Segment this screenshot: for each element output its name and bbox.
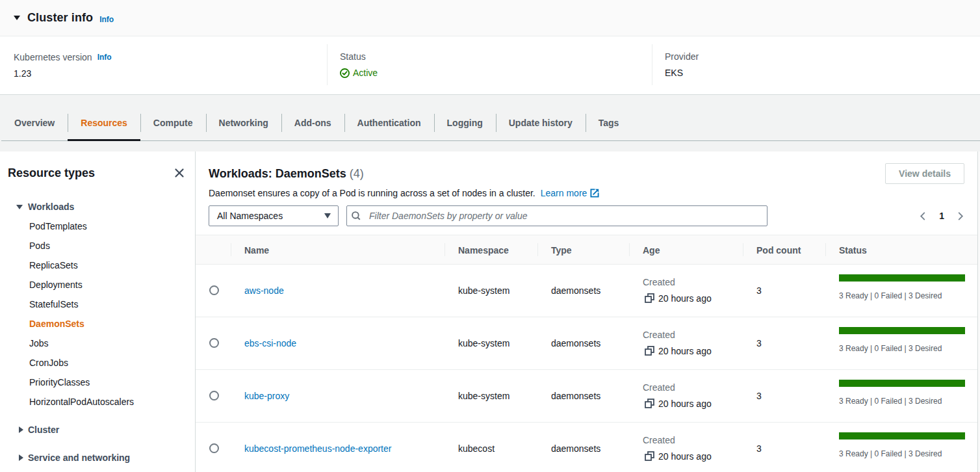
tree-item-jobs[interactable]: Jobs <box>0 334 195 353</box>
cell-age: Created 20 hours ago <box>629 317 743 369</box>
cell-status: 3 Ready | 0 Failed | 3 Desired <box>825 422 977 472</box>
triangle-right-icon <box>16 454 28 461</box>
column-header-name[interactable]: Name <box>231 235 445 264</box>
kubernetes-version-info-link[interactable]: Info <box>97 51 112 64</box>
filter-input[interactable] <box>347 206 767 226</box>
tree-item-horizontalpodautoscalers[interactable]: HorizontalPodAutoscalers <box>0 392 195 412</box>
resource-types-title: Resource types <box>8 166 173 179</box>
cell-status: 3 Ready | 0 Failed | 3 Desired <box>825 264 977 317</box>
copy-icon <box>645 451 654 461</box>
tab-label: Networking <box>219 118 268 128</box>
tab-label: Overview <box>14 118 55 128</box>
kubernetes-version-field: Kubernetes version Info 1.23 <box>0 36 327 94</box>
learn-more-link[interactable]: Learn more <box>541 187 600 200</box>
tab-tags[interactable]: Tags <box>586 105 632 140</box>
status-bar <box>839 432 965 439</box>
view-details-button[interactable]: View details <box>885 163 964 184</box>
table-header-row: Name Namespace Type Age Pod count Status <box>196 235 977 264</box>
tab-compute[interactable]: Compute <box>140 105 206 140</box>
kubernetes-version-value: 1.23 <box>14 67 327 80</box>
cell-status: 3 Ready | 0 Failed | 3 Desired <box>825 317 977 369</box>
learn-more-label: Learn more <box>541 187 587 200</box>
current-page[interactable]: 1 <box>939 211 944 221</box>
next-page-button[interactable] <box>957 211 964 221</box>
tree-item-priorityclasses[interactable]: PriorityClasses <box>0 373 195 392</box>
triangle-down-icon <box>16 205 28 209</box>
status-value: Active <box>340 66 652 79</box>
column-header-type[interactable]: Type <box>537 235 629 264</box>
status-label: Status <box>340 50 652 63</box>
tab-add-ons[interactable]: Add-ons <box>281 105 344 140</box>
tab-update-history[interactable]: Update history <box>496 105 586 140</box>
column-header-namespace[interactable]: Namespace <box>445 235 537 264</box>
select-all-header <box>196 235 231 264</box>
copy-icon <box>645 346 654 356</box>
cell-name: kubecost-prometheus-node-exporter <box>231 422 445 472</box>
column-header-pod-count[interactable]: Pod count <box>743 235 825 264</box>
cell-type: daemonsets <box>537 317 629 369</box>
status-field: Status Active <box>327 36 652 94</box>
item-count: (4) <box>350 167 364 180</box>
tab-authentication[interactable]: Authentication <box>344 105 434 140</box>
cluster-info-header: Cluster info Info <box>0 0 980 36</box>
tree-group-service-and-networking[interactable]: Service and networking <box>0 448 195 467</box>
column-header-status[interactable]: Status <box>825 235 977 264</box>
tab-list: Overview Resources Compute Networking Ad… <box>1 105 980 141</box>
daemonset-name-link[interactable]: aws-node <box>244 285 284 296</box>
table-header-area: Workloads: DaemonSets (4) View details D… <box>196 151 977 235</box>
row-radio[interactable] <box>209 391 219 400</box>
cluster-tabs: Overview Resources Compute Networking Ad… <box>0 95 980 141</box>
tree-item-daemonsets[interactable]: DaemonSets <box>0 314 195 334</box>
tree-item-statefulsets[interactable]: StatefulSets <box>0 295 195 314</box>
expand-section-caret-icon[interactable] <box>14 16 20 20</box>
tree-item-deployments[interactable]: Deployments <box>0 275 195 295</box>
status-text: 3 Ready | 0 Failed | 3 Desired <box>839 396 965 406</box>
table-row: kubecost-prometheus-node-exporter kubeco… <box>196 422 977 472</box>
previous-page-button[interactable] <box>919 211 927 221</box>
tab-label: Update history <box>509 118 573 128</box>
cell-select <box>196 422 231 472</box>
kubernetes-version-label: Kubernetes version Info <box>14 50 327 64</box>
daemonset-name-link[interactable]: kube-proxy <box>244 391 289 401</box>
cell-status: 3 Ready | 0 Failed | 3 Desired <box>825 369 977 422</box>
cell-pod-count: 3 <box>743 317 825 369</box>
tab-overview[interactable]: Overview <box>1 105 68 140</box>
tree-item-cronjobs[interactable]: CronJobs <box>0 353 195 373</box>
column-header-age[interactable]: Age <box>629 235 743 264</box>
age-value: 20 hours ago <box>658 345 712 358</box>
age-value: 20 hours ago <box>658 292 712 305</box>
tree-item-pods[interactable]: Pods <box>0 236 195 256</box>
age-when: 20 hours ago <box>643 292 743 305</box>
row-radio[interactable] <box>209 285 219 295</box>
daemonset-name-link[interactable]: ebs-csi-node <box>244 338 296 348</box>
select-caret-icon <box>324 213 331 218</box>
cluster-info-info-link[interactable]: Info <box>99 15 114 24</box>
tab-networking[interactable]: Networking <box>206 105 281 140</box>
provider-value: EKS <box>665 66 980 79</box>
namespace-select[interactable]: All Namespaces <box>209 205 339 226</box>
tree-group-workloads[interactable]: Workloads <box>0 197 195 216</box>
row-radio[interactable] <box>209 443 219 453</box>
tab-label: Authentication <box>357 118 421 128</box>
tree-item-podtemplates[interactable]: PodTemplates <box>0 216 195 236</box>
tree-group-cluster[interactable]: Cluster <box>0 420 195 439</box>
resource-tree: Workloads PodTemplates Pods ReplicaSets … <box>0 197 195 467</box>
close-panel-button[interactable] <box>173 166 186 179</box>
cell-namespace: kube-system <box>445 264 537 317</box>
pagination: 1 <box>919 211 964 221</box>
daemonset-name-link[interactable]: kubecost-prometheus-node-exporter <box>244 443 391 454</box>
age-created-label: Created <box>643 328 743 341</box>
cell-age: Created 20 hours ago <box>629 369 743 422</box>
cell-pod-count: 3 <box>743 264 825 317</box>
cell-pod-count: 3 <box>743 369 825 422</box>
status-bar <box>839 380 965 387</box>
cell-namespace: kube-system <box>445 369 537 422</box>
tab-logging[interactable]: Logging <box>434 105 496 140</box>
search-icon <box>352 211 361 221</box>
tab-resources[interactable]: Resources <box>68 105 140 140</box>
row-radio[interactable] <box>209 338 219 348</box>
cell-select <box>196 369 231 422</box>
daemonsets-card: Workloads: DaemonSets (4) View details D… <box>196 151 978 472</box>
cell-name: kube-proxy <box>231 369 445 422</box>
tree-item-replicasets[interactable]: ReplicaSets <box>0 256 195 275</box>
